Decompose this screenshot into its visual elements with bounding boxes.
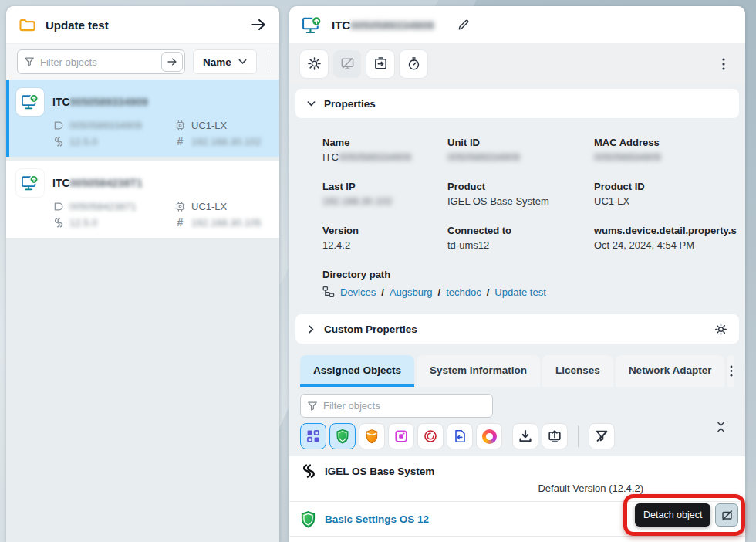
field-unit-id: Unit ID 0050589334909 — [447, 137, 594, 163]
sidebar-filter-box — [17, 49, 185, 74]
pencil-icon — [457, 19, 470, 31]
field-product-id: Product ID UC1-LX — [594, 181, 737, 207]
sidebar-filter-input[interactable] — [40, 56, 161, 68]
custom-properties-section-header[interactable]: Custom Properties — [295, 314, 739, 344]
push-update-icon — [547, 429, 562, 444]
shield-green-icon — [300, 510, 316, 528]
kebab-icon — [730, 365, 733, 377]
hash-icon: # — [174, 216, 186, 229]
directory-panel: Update test Name — [6, 6, 279, 542]
device-list-item-1[interactable]: ITC0050589334909 0050589334909 UC1-LX 12… — [6, 80, 279, 157]
monitor-slash-icon — [340, 56, 355, 71]
basic-settings-link[interactable]: Basic Settings OS 12 — [325, 513, 429, 525]
timer-button[interactable] — [400, 50, 427, 78]
tab-system-information[interactable]: System Information — [417, 355, 540, 387]
shield-green-icon — [335, 429, 350, 444]
filter-priority-profiles-button[interactable] — [359, 423, 385, 449]
filter-firmware-customization-button[interactable] — [476, 423, 502, 449]
device-detail-panel: ITC0050589334909 Properties Name ITC0050… — [289, 6, 745, 542]
chip-icon — [174, 201, 186, 212]
device-ip: # 192.168.30.105 — [174, 216, 268, 229]
chevron-down-icon — [238, 59, 247, 65]
sort-dropdown-label: Name — [203, 56, 231, 68]
device-product-id: UC1-LX — [174, 201, 268, 212]
ring-red-icon — [423, 429, 438, 444]
settings-button[interactable] — [300, 50, 328, 78]
shadow-device-button — [333, 50, 361, 78]
device-serial: 0050589334909 — [52, 120, 174, 131]
detail-toolbar — [289, 43, 745, 84]
hash-icon: # — [174, 135, 186, 147]
sort-dropdown[interactable]: Name — [193, 49, 257, 74]
unit-id-icon — [52, 120, 64, 131]
filter-custom-apps-button[interactable] — [388, 423, 414, 449]
unit-id-icon — [52, 201, 64, 212]
filter-profiles-button[interactable] — [329, 423, 356, 449]
export-button[interactable] — [366, 50, 394, 78]
properties-grid: Name ITC0050589334909 Unit ID 0050589334… — [289, 118, 745, 303]
apply-filter-button[interactable] — [161, 52, 183, 72]
detail-header: ITC0050589334909 — [289, 6, 745, 43]
device-ip: # 192.168.30.102 — [174, 135, 268, 147]
chip-icon — [174, 120, 186, 131]
apps-grid-icon — [305, 429, 321, 444]
assigned-row-base-system[interactable]: IGEL OS Base System — [289, 456, 745, 481]
field-name: Name ITC0050589334909 — [322, 137, 447, 163]
push-update-button[interactable] — [542, 423, 568, 449]
default-version-note: Default Version (12.4.2) — [289, 481, 745, 502]
properties-section-header[interactable]: Properties — [295, 89, 739, 118]
assigned-filter-input[interactable] — [323, 400, 492, 412]
redacted-device-name: 0050589334909 — [70, 96, 148, 108]
tabs-overflow-button[interactable] — [727, 355, 734, 387]
breadcrumb-devices[interactable]: Devices — [340, 286, 376, 298]
custom-properties-gear-icon[interactable] — [714, 323, 727, 336]
detach-tooltip: Detach object — [635, 503, 710, 527]
gear-icon — [307, 56, 322, 71]
folder-icon — [19, 18, 36, 32]
directory-title: Update test — [46, 19, 109, 32]
breadcrumb-techdoc[interactable]: techdoc — [446, 286, 481, 298]
kebab-icon — [722, 58, 725, 70]
breadcrumb-augsburg[interactable]: Augsburg — [390, 286, 433, 298]
device-version: 12.5.0 — [52, 216, 174, 229]
clear-filter-icon — [594, 429, 609, 444]
device-os-icon — [302, 15, 322, 35]
directory-header: Update test — [6, 6, 279, 43]
stopwatch-icon — [407, 56, 421, 71]
toolbar-divider — [268, 52, 268, 72]
filter-jabra-button[interactable] — [417, 423, 444, 449]
download-objects-button[interactable] — [512, 423, 538, 449]
filter-funnel-icon — [24, 56, 35, 67]
igel-version-icon — [52, 217, 64, 229]
filter-apps-button[interactable] — [300, 423, 326, 449]
device-serial: 005058423871 — [52, 201, 174, 212]
device-os-icon — [16, 88, 44, 116]
filter-funnel-icon — [307, 401, 318, 412]
field-mac: MAC Address 005056934909 — [594, 137, 737, 163]
edit-name-button[interactable] — [454, 15, 473, 34]
file-blue-icon — [452, 429, 467, 444]
assigned-objects-list: IGEL OS Base System Default Version (12.… — [289, 456, 745, 542]
open-directory-arrow-icon[interactable] — [250, 16, 267, 33]
igel-version-icon — [52, 136, 64, 147]
breadcrumb-update-test[interactable]: Update test — [494, 286, 546, 298]
tab-assigned-objects[interactable]: Assigned Objects — [300, 355, 414, 387]
assigned-row-partial[interactable] — [289, 537, 745, 542]
tree-icon — [322, 286, 335, 298]
box-arrow-icon — [373, 56, 388, 71]
more-actions-button[interactable] — [713, 53, 734, 75]
icons-divider — [578, 425, 579, 447]
device-list-item-2[interactable]: ITC0050584238T1 005058423871 UC1-LX 12.5… — [6, 161, 279, 238]
clear-filter-button[interactable] — [589, 423, 615, 449]
field-connected-to: Connected to td-ums12 — [447, 225, 594, 251]
device-product-id: UC1-LX — [174, 120, 268, 131]
tab-network-adapter[interactable]: Network Adapter — [616, 355, 725, 387]
filter-files-button[interactable] — [447, 423, 473, 449]
redacted-device-name: 0050584238T1 — [70, 177, 143, 189]
shield-orange-icon — [364, 429, 380, 444]
tab-licenses[interactable]: Licenses — [542, 355, 613, 387]
detach-object-button[interactable] — [715, 503, 738, 527]
field-version: Version 12.4.2 — [322, 225, 447, 251]
device-os-icon — [16, 169, 44, 197]
collapse-section-button[interactable] — [715, 421, 727, 433]
